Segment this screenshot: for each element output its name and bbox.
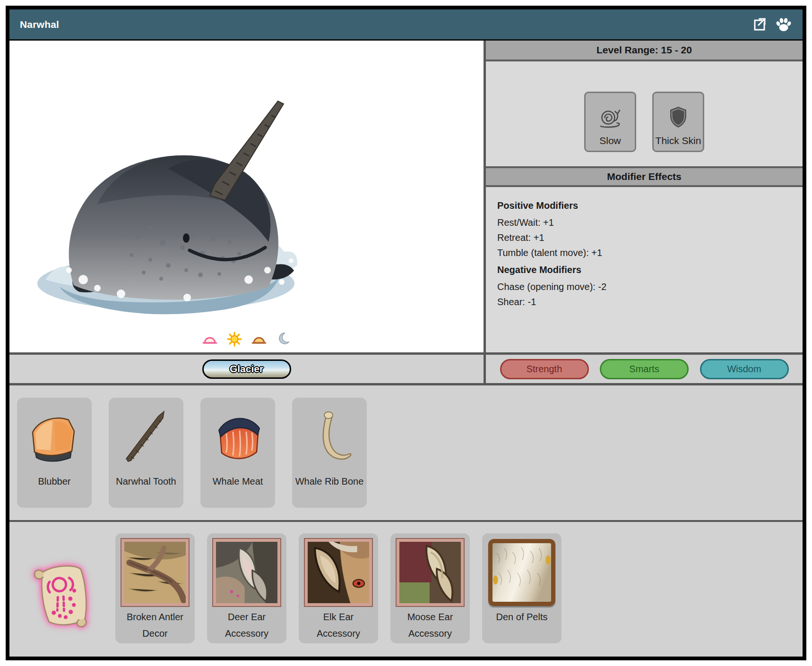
- main-row: Level Range: 15 - 20 Slow: [9, 41, 803, 352]
- modifiers-zone: Positive Modifiers Rest/Wait: +1 Retreat…: [486, 187, 803, 312]
- deer-ear-accessory-image: [213, 539, 280, 606]
- ability-label: Thick Skin: [656, 135, 701, 146]
- item-label: Whale Rib Bone: [292, 473, 367, 490]
- strength-pill[interactable]: Strength: [500, 359, 589, 379]
- positive-modifiers-heading: Positive Modifiers: [497, 198, 794, 213]
- creature-image-panel: [9, 41, 486, 352]
- den-of-pelts-image: [488, 539, 555, 606]
- shield-icon: [665, 104, 691, 131]
- sunset-icon: [251, 332, 267, 347]
- recipe-scroll-icon[interactable]: [31, 560, 95, 631]
- craftables-section: Broken Antler Decor Deer Ear Accessory: [9, 520, 803, 657]
- modifier-effects-header: Modifier Effects: [486, 166, 803, 187]
- modifier-line: Shear: -1: [497, 297, 794, 307]
- external-link-icon[interactable]: [751, 16, 768, 33]
- craft-card-elk-ear-accessory[interactable]: Elk Ear Accessory: [299, 533, 378, 643]
- stats-panel: Level Range: 15 - 20 Slow: [486, 41, 803, 352]
- item-card-blubber[interactable]: Blubber: [17, 398, 92, 508]
- modifier-line: Chase (opening move): -2: [497, 282, 794, 292]
- modifier-line: Retreat: +1: [497, 232, 794, 243]
- broken-antler-decor-image: [121, 539, 189, 606]
- biome-button-glacier[interactable]: Glacier: [202, 359, 291, 379]
- biome-zone: Glacier: [9, 355, 486, 383]
- modifier-line: Rest/Wait: +1: [497, 217, 794, 228]
- paw-icon[interactable]: [775, 16, 792, 33]
- smarts-pill[interactable]: Smarts: [600, 359, 689, 379]
- item-label: Whale Meat: [200, 473, 275, 490]
- craft-card-broken-antler-decor[interactable]: Broken Antler Decor: [115, 533, 195, 643]
- modifier-line: Tumble (talent move): +1: [497, 248, 794, 258]
- page-title: Narwhal: [20, 19, 59, 30]
- sunrise-icon: [202, 332, 217, 347]
- drops-section: Blubber Narwhal Tooth: [9, 383, 803, 520]
- active-times-row: [9, 332, 484, 347]
- negative-modifiers-heading: Negative Modifiers: [497, 263, 794, 277]
- elk-ear-accessory-image: [305, 539, 372, 606]
- title-bar: Narwhal: [9, 9, 803, 41]
- wisdom-pill[interactable]: Wisdom: [700, 359, 789, 379]
- craft-label: Deer Ear Accessory: [207, 609, 286, 642]
- craft-label: Elk Ear Accessory: [299, 609, 378, 642]
- craft-label: Den of Pelts: [482, 609, 561, 625]
- craft-card-moose-ear-accessory[interactable]: Moose Ear Accessory: [390, 533, 470, 643]
- ability-badge-thick-skin[interactable]: Thick Skin: [652, 92, 704, 152]
- craft-label: Moose Ear Accessory: [390, 609, 470, 642]
- abilities-zone: Slow Thick Skin: [486, 61, 803, 166]
- craft-card-den-of-pelts[interactable]: Den of Pelts: [482, 533, 561, 643]
- moon-icon: [276, 332, 291, 347]
- narwhal-illustration: [26, 72, 310, 322]
- biome-row: Glacier Strength Smarts Wisdom: [9, 352, 803, 383]
- craft-card-deer-ear-accessory[interactable]: Deer Ear Accessory: [207, 533, 286, 643]
- item-card-narwhal-tooth[interactable]: Narwhal Tooth: [109, 398, 183, 508]
- ability-badge-slow[interactable]: Slow: [584, 92, 636, 152]
- blubber-icon: [17, 402, 92, 471]
- item-label: Narwhal Tooth: [109, 473, 183, 490]
- sun-icon: [227, 332, 242, 347]
- battle-stats-zone: Strength Smarts Wisdom: [486, 355, 803, 383]
- narwhal-page: Narwhal: [6, 6, 806, 660]
- whale-meat-icon: [200, 402, 275, 471]
- item-card-whale-rib-bone[interactable]: Whale Rib Bone: [292, 398, 367, 508]
- snail-icon: [597, 104, 623, 131]
- header-icons: [751, 16, 792, 33]
- ability-label: Slow: [599, 135, 621, 146]
- level-range-header: Level Range: 15 - 20: [486, 41, 803, 61]
- craft-label: Broken Antler Decor: [115, 609, 195, 642]
- item-card-whale-meat[interactable]: Whale Meat: [200, 398, 275, 508]
- moose-ear-accessory-image: [397, 539, 464, 606]
- narwhal-tooth-icon: [109, 402, 183, 471]
- item-label: Blubber: [17, 473, 92, 490]
- whale-rib-bone-icon: [292, 402, 367, 471]
